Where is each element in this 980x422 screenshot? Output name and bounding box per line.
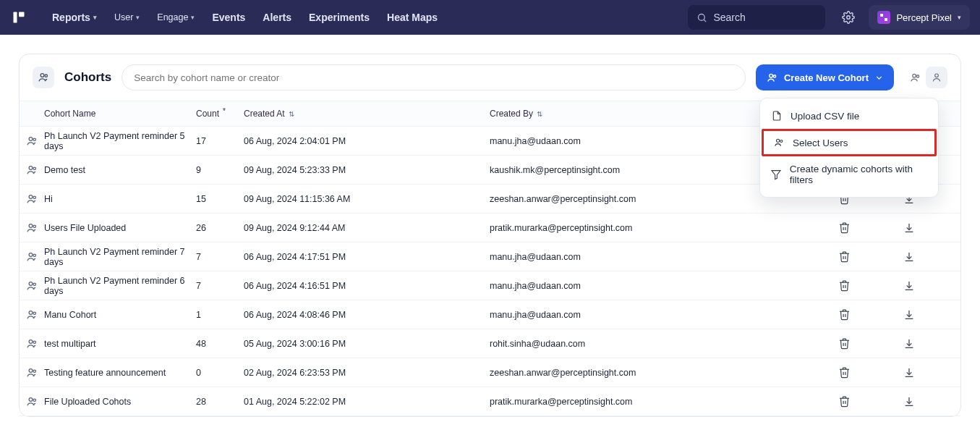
nav-heatmaps[interactable]: Heat Maps [380, 7, 445, 28]
delete-button[interactable] [801, 221, 887, 234]
svg-point-18 [33, 138, 35, 140]
cell-count: 9 [196, 165, 244, 175]
cell-created-at: 09 Aug, 2024 9:12:44 AM [244, 223, 490, 233]
global-search[interactable]: Search [688, 5, 825, 30]
col-count[interactable]: Count* [196, 109, 244, 119]
main-nav: Reports▾ User▾ Engage▾ Events Alerts Exp… [45, 7, 445, 28]
table-row[interactable]: Manu Cohort106 Aug, 2024 4:08:46 PMmanu.… [20, 300, 960, 329]
delete-button[interactable] [801, 395, 887, 408]
cell-count: 48 [196, 339, 244, 349]
table-row[interactable]: Testing feature announcement002 Aug, 202… [20, 358, 960, 387]
svg-point-4 [847, 16, 851, 20]
create-cohort-button[interactable]: Create New Cohort [756, 64, 894, 90]
svg-point-32 [33, 341, 35, 343]
view-user-button[interactable] [926, 67, 947, 88]
card-header: Cohorts Create New Cohort [20, 54, 960, 101]
svg-point-15 [780, 140, 783, 142]
cohort-icon [20, 279, 44, 292]
cell-created-at: 06 Aug, 2024 4:08:46 PM [244, 310, 490, 320]
cell-created-at: 06 Aug, 2024 2:04:01 PM [244, 136, 490, 146]
cohort-icon [766, 72, 778, 84]
file-icon [770, 110, 783, 122]
menu-item-label: Upload CSV file [791, 111, 859, 122]
cohort-icon [20, 337, 44, 350]
table-row[interactable]: Ph Launch V2 Payment reminder 7 days706 … [20, 242, 960, 271]
chevron-down-icon: ▾ [93, 14, 97, 21]
menu-select-users[interactable]: Select Users [762, 129, 937, 156]
cohorts-card: Cohorts Create New Cohort [19, 54, 961, 417]
table-row[interactable]: Ph Launch V2 Payment reminder 6 days706 … [20, 271, 960, 300]
download-button[interactable] [887, 338, 931, 350]
col-created-by[interactable]: Created By⇅ [490, 109, 801, 119]
cell-count: 7 [196, 252, 244, 262]
cell-name: test multipart [44, 339, 196, 349]
svg-point-12 [916, 75, 919, 77]
cell-count: 17 [196, 136, 244, 146]
svg-point-26 [33, 254, 35, 256]
delete-button[interactable] [801, 279, 887, 292]
nav-reports[interactable]: Reports▾ [45, 7, 104, 28]
download-button[interactable] [887, 280, 931, 292]
workspace-switcher[interactable]: Percept Pixel ▾ [869, 5, 970, 30]
cell-created-at: 02 Aug, 2024 6:23:53 PM [244, 368, 490, 378]
menu-dynamic-cohorts[interactable]: Create dynamic cohorts with filters [760, 156, 938, 193]
delete-button[interactable] [801, 308, 887, 321]
svg-point-14 [777, 139, 780, 142]
table-row[interactable]: Users File Uploaded2609 Aug, 2024 9:12:4… [20, 214, 960, 242]
search-placeholder: Search [713, 12, 745, 23]
svg-point-28 [33, 283, 35, 285]
delete-button[interactable] [801, 337, 887, 350]
menu-upload-csv[interactable]: Upload CSV file [760, 103, 938, 129]
svg-point-9 [770, 74, 773, 77]
cohort-search-input[interactable] [122, 64, 746, 90]
download-button[interactable] [887, 309, 931, 321]
download-button[interactable] [887, 396, 931, 408]
svg-point-24 [33, 225, 35, 227]
nav-alerts[interactable]: Alerts [255, 7, 299, 28]
svg-rect-6 [885, 18, 887, 21]
cell-created-by: kaushik.mk@perceptinsight.com [490, 165, 801, 175]
nav-user[interactable]: User▾ [107, 8, 147, 27]
delete-button[interactable] [801, 250, 887, 263]
table-row[interactable]: test multipart4805 Aug, 2024 3:00:16 PMr… [20, 329, 960, 358]
svg-point-34 [33, 370, 35, 372]
settings-button[interactable] [837, 11, 860, 24]
col-name[interactable]: Cohort Name [44, 109, 196, 119]
page-body: Cohorts Create New Cohort [0, 35, 980, 417]
col-created-at[interactable]: Created At⇅ [244, 109, 490, 119]
svg-marker-16 [772, 171, 780, 180]
svg-point-29 [29, 311, 33, 314]
svg-point-36 [33, 399, 35, 401]
svg-point-2 [699, 14, 705, 20]
cell-name: File Uploaded Cohots [44, 397, 196, 407]
app-logo[interactable] [10, 9, 27, 26]
download-button[interactable] [887, 251, 931, 263]
cell-created-at: 06 Aug, 2024 4:16:51 PM [244, 281, 490, 291]
nav-engage[interactable]: Engage▾ [150, 8, 202, 27]
cell-count: 1 [196, 310, 244, 320]
cell-created-at: 05 Aug, 2024 3:00:16 PM [244, 339, 490, 349]
table-row[interactable]: File Uploaded Cohots2801 Aug, 2024 5:22:… [20, 387, 960, 416]
delete-button[interactable] [801, 366, 887, 379]
cell-name: Testing feature announcement [44, 368, 196, 378]
cell-name: Manu Cohort [44, 310, 196, 320]
cell-name: Demo test [44, 165, 196, 175]
chevron-down-icon: ▾ [191, 14, 195, 21]
svg-point-33 [29, 368, 33, 372]
cell-created-by: pratik.murarka@perceptinsight.com [490, 223, 801, 233]
cohort-icon [20, 135, 44, 148]
download-button[interactable] [887, 222, 931, 234]
cohort-icon [20, 221, 44, 235]
cell-created-by: zeeshan.anwar@perceptinsight.com [490, 194, 801, 204]
view-cohort-button[interactable] [904, 67, 926, 88]
cell-name: Ph Launch V2 Payment reminder 6 days [44, 276, 196, 296]
nav-experiments[interactable]: Experiments [302, 7, 377, 28]
cell-name: Users File Uploaded [44, 223, 196, 233]
svg-rect-5 [880, 14, 883, 17]
nav-events[interactable]: Events [205, 7, 252, 28]
svg-point-27 [29, 282, 33, 285]
cell-created-at: 09 Aug, 2024 11:15:36 AM [244, 194, 490, 204]
workspace-name: Percept Pixel [896, 12, 952, 23]
svg-rect-0 [14, 12, 17, 23]
download-button[interactable] [887, 367, 931, 379]
